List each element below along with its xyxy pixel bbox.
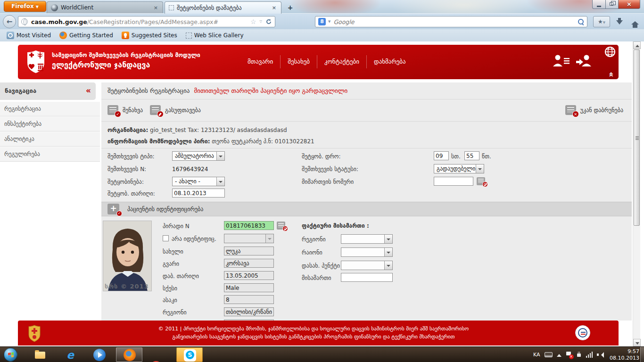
sidebar-item-analytics[interactable]: ანალიტიკა [0,132,100,147]
patient-region-input[interactable] [224,307,274,316]
show-bookmarks-button[interactable]: ★▼ [593,16,610,27]
scrollbar-thumb[interactable] [634,49,640,226]
reload-icon[interactable] [265,18,272,25]
tab-close-icon[interactable]: × [153,5,159,11]
sex-input[interactable] [224,283,274,292]
sidebar-item-registration[interactable]: რეგისტრაცია [0,102,100,116]
site-header: სამედიცინო შემთხვევების რეგისტრაციის მოდ… [18,45,619,79]
page-title-main: შეტყობინების რეგისტრაცია [107,87,190,94]
sidebar-item-inspection[interactable]: ინსპექტირება [0,117,100,132]
not-identified-checkbox[interactable] [163,235,169,241]
minimize-button[interactable] [592,0,606,9]
bookmark-getting-started[interactable]: Getting Started [56,30,117,41]
site-nav: მთავარი შესახებ კონტაქტები დახმარება [240,55,413,68]
internet-explorer-taskbar-button[interactable]: e [64,349,76,361]
personal-number-label: პირადი N [163,223,190,230]
sidebar-collapse-icon[interactable]: « [86,86,90,95]
tab-worldclient[interactable]: WorldClient × [47,1,163,13]
tray-clock[interactable]: 9:57 08.10.2013 [610,348,639,362]
scroll-up-button[interactable] [633,41,641,49]
url-bar[interactable]: case.moh.gov.ge/CaseRegistration/Pages/A… [18,16,275,27]
nav-item-help[interactable]: დახმარება [366,55,413,68]
clear-button[interactable]: გასუფთავება [150,105,201,115]
language-indicator[interactable]: KA [533,352,540,358]
identification-select[interactable] [224,234,274,243]
add-patient-icon[interactable]: +✓ [107,204,119,214]
page-scrollbar[interactable] [633,41,640,346]
logout-button[interactable] [575,53,595,68]
message-date-input[interactable] [172,189,225,197]
hour-input[interactable] [434,151,449,160]
scroll-down-button[interactable] [633,339,641,346]
search-input[interactable] [333,18,578,25]
last-name-input[interactable] [224,259,274,268]
language-globe-icon[interactable] [603,46,617,58]
nav-item-about[interactable]: შესახებ [280,55,317,68]
show-desktop-button[interactable] [640,347,644,362]
search-engine-dropdown-icon[interactable]: ▼ [328,20,330,24]
keyboard-icon[interactable] [545,352,553,357]
explorer-taskbar-button[interactable] [34,349,46,361]
bookmark-label: Web Slice Gallery [194,32,244,39]
chevron-down-icon [476,165,484,173]
search-bar[interactable]: 8 ▼ [315,16,587,27]
case-status-value: გადაუდებელი [437,165,475,172]
first-name-input[interactable] [224,247,274,255]
nav-item-contacts[interactable]: კონტაქტები [317,55,366,68]
bookmark-most-visited[interactable]: Most Visited [3,30,55,41]
go-back-label: უკან დაბრუნება [580,107,623,114]
message-select[interactable]: - ახალი - [172,177,225,186]
case-status-select[interactable]: გადაუდებელი [434,164,484,173]
firefox-taskbar-button-active[interactable] [116,347,142,362]
restore-button[interactable] [606,0,619,9]
downloads-button[interactable] [614,16,625,27]
bookmark-suggested-sites[interactable]: Suggested Sites [118,30,181,41]
personal-number-input[interactable] [224,221,274,230]
start-button[interactable] [4,348,17,362]
birthdate-input[interactable] [224,271,274,280]
case-number-label: შემთხვევის N: [107,166,146,173]
addr-street-input[interactable] [341,273,393,282]
age-input[interactable] [224,295,274,304]
informer-value: თეონა ფუტკარაძე პ.ნ: 01013022821 [212,138,314,145]
addr-district-select[interactable] [341,247,393,257]
personal-number-check-icon[interactable] [277,222,285,230]
referral-number-input[interactable] [434,177,473,186]
tab-close-icon[interactable]: × [271,5,277,11]
home-button[interactable] [629,16,641,27]
footer-line1: © 2011 | პროექტი ხორციელდება შრომის, ჯან… [74,325,553,333]
bookmark-star-icon[interactable]: ☆ [250,18,256,25]
google-search-engine-icon[interactable]: 8 [318,18,326,25]
addr-region-select[interactable] [341,234,393,244]
media-player-taskbar-button[interactable] [93,349,106,361]
collapse-header-chevron-icon[interactable]: « [607,72,617,76]
volume-icon[interactable] [597,352,603,358]
site-identity-globe-icon[interactable] [21,18,28,25]
close-button[interactable]: × [619,0,640,9]
bookmarks-bar: Most Visited Getting Started Suggested S… [0,29,644,41]
referral-number-label: მიმართვის ნომერი [302,179,354,185]
addr-settlement-select[interactable] [341,261,393,270]
save-button[interactable]: ✓ შენახვა [107,105,143,115]
referral-check-icon[interactable] [477,177,485,185]
back-button[interactable]: ← [3,15,16,28]
case-type-select[interactable]: ამბულატორია [172,151,225,161]
nav-item-main[interactable]: მთავარი [240,55,280,68]
sidebar-item-regulation[interactable]: რეგულირება [0,147,100,162]
firefox-menu-button[interactable]: Firefox▼ [4,1,46,12]
show-hidden-icons-arrow[interactable] [557,352,561,357]
power-icon[interactable] [576,352,582,358]
first-name-label: სახელი [163,248,183,255]
search-icon[interactable] [578,19,584,25]
network-signal-icon[interactable] [586,352,593,358]
message-label: შეტყობინება: [107,179,144,185]
tab-add-message[interactable]: შეტყობინების დამატება × [165,1,281,14]
minute-input[interactable] [464,151,479,160]
new-tab-button[interactable]: + [284,3,296,12]
skype-taskbar-button-attention[interactable] [176,347,203,362]
url-dropdown-icon[interactable]: ▽ [260,20,262,24]
bookmark-web-slice-gallery[interactable]: Web Slice Gallery [182,30,248,41]
action-center-flag-icon[interactable] [566,352,572,358]
user-profile-button[interactable] [552,53,571,68]
go-back-button[interactable]: × უკან დაბრუნება [565,105,623,115]
